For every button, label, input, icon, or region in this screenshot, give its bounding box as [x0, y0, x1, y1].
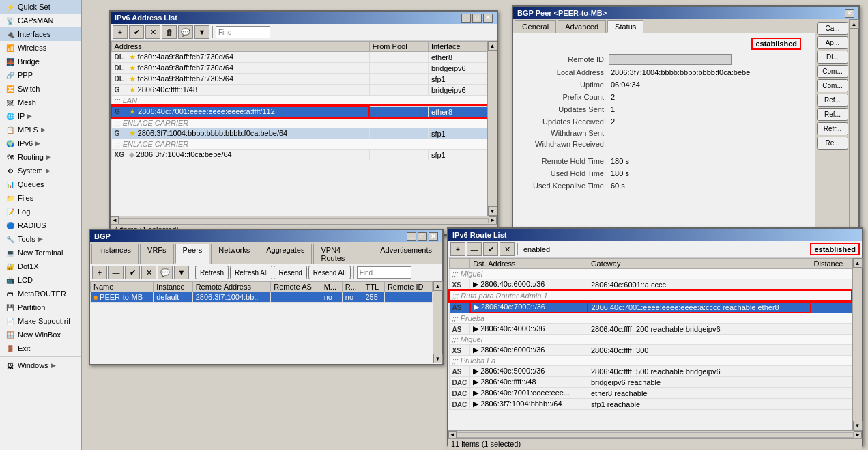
route-table-row[interactable]: DAC ▶ 2806:40c:7001:eeee:eee... ether8 r… — [449, 388, 852, 399]
bgp-scroll-down[interactable]: ▼ — [433, 354, 443, 363]
ipv6-route-add-button[interactable]: + — [450, 242, 465, 256]
hscroll-left-button[interactable]: ◄ — [111, 216, 119, 225]
resend-button[interactable]: Resend — [274, 266, 306, 279]
route-table-row[interactable]: DAC ▶ 2806:40c:ffff::/48 bridgeipv6 reac… — [449, 377, 852, 388]
tab-status[interactable]: Status — [607, 20, 643, 33]
sidebar-item-wireless[interactable]: 📶 Wireless — [0, 41, 81, 55]
tab-peers[interactable]: Peers — [175, 244, 210, 264]
hscroll-right-button[interactable]: ► — [489, 216, 497, 225]
sidebar-item-routing[interactable]: 🗺 Routing ▶ — [0, 150, 81, 164]
side-btn-refr[interactable]: Refr... — [817, 122, 848, 135]
tab-networks[interactable]: Networks — [211, 244, 257, 264]
sidebar-item-system[interactable]: ⚙ System ▶ — [0, 164, 81, 178]
sidebar-item-new-terminal[interactable]: 💻 New Terminal — [0, 246, 81, 259]
side-btn-com1[interactable]: Com... — [817, 65, 848, 78]
sidebar-item-quickset[interactable]: ⚡ Quick Set — [0, 0, 81, 14]
route-table-row[interactable]: XS ▶ 2806:40c:6000::/36 2806:40c:6001::a… — [449, 279, 852, 291]
ipv6-route-disable-button[interactable]: ✕ — [500, 242, 515, 256]
side-btn-ref1[interactable]: Ref... — [817, 94, 848, 107]
route-hscroll-left[interactable]: ◄ — [448, 431, 457, 439]
bgp-comment-button[interactable]: 💬 — [158, 266, 173, 279]
sidebar-item-metarouter[interactable]: 🗃 MetaROUTER — [0, 287, 81, 300]
sidebar-item-log[interactable]: 📝 Log — [0, 205, 81, 219]
side-btn-re[interactable]: Re... — [817, 137, 848, 150]
route-table-row[interactable]: AS ▶ 2806:40c:5000::/36 2806:40c:ffff::5… — [449, 366, 852, 377]
enable-button[interactable]: ✔ — [129, 25, 144, 39]
sidebar-item-queues[interactable]: 📊 Queues — [0, 178, 81, 191]
table-row[interactable]: DL ★ fe80::4aa9:8aff:feb7:730d/64 ether8 — [111, 52, 487, 63]
side-btn-ca[interactable]: Ca... — [817, 22, 848, 35]
table-row[interactable]: XG ◆ 2806:3f7:1004::f0ca:bebe/64 sfp1 — [111, 150, 487, 160]
sidebar-item-make-supout[interactable]: 📄 Make Supout.rif — [0, 314, 81, 328]
tab-advertisements[interactable]: Advertisements — [373, 244, 439, 264]
refresh-all-button[interactable]: Refresh All — [230, 266, 272, 279]
side-btn-di[interactable]: Di... — [817, 51, 848, 64]
route-table-row[interactable]: AS ▶ 2806:40c:4000::/36 2806:40c:ffff::2… — [449, 324, 852, 335]
bgp-close-button[interactable]: ✕ — [429, 232, 438, 241]
sidebar-item-capsman[interactable]: 📡 CAPsMAN — [0, 14, 81, 27]
bgp-scroll-up[interactable]: ▲ — [433, 281, 443, 291]
sidebar-item-files[interactable]: 📁 Files — [0, 191, 81, 205]
route-hscroll-right[interactable]: ► — [854, 431, 862, 439]
table-row[interactable]: G ★ 2806:40c:ffff::1/48 bridgeipv6 — [111, 85, 487, 96]
bgp-find-input[interactable] — [357, 266, 411, 279]
sidebar-item-dot1x[interactable]: 🔐 Dot1X — [0, 259, 81, 273]
table-row[interactable]: DL ★ fe80::4aa9:8aff:feb7:7305/64 sfp1 — [111, 74, 487, 85]
ipv6-maximize-button[interactable]: □ — [472, 14, 482, 23]
table-row[interactable]: G ★ 2806:3f7:1004:bbbb:bbbb:bbbb:f0ca:be… — [111, 128, 487, 139]
sidebar-item-new-winbox[interactable]: 🪟 New WinBox — [0, 328, 81, 341]
tab-aggregates[interactable]: Aggregates — [259, 244, 312, 264]
sidebar-item-switch[interactable]: 🔀 Switch — [0, 82, 81, 96]
sidebar-item-radius[interactable]: 🔵 RADIUS — [0, 219, 81, 232]
bgp-filter-button[interactable]: ▼ — [174, 266, 189, 279]
resend-all-button[interactable]: Resend All — [308, 266, 351, 279]
bgp-minimize-button[interactable]: _ — [407, 232, 416, 241]
route-scroll-down[interactable]: ▼ — [853, 421, 863, 430]
input-remote-id[interactable] — [609, 54, 732, 65]
sidebar-item-interfaces[interactable]: 🔌 Interfaces — [0, 27, 81, 41]
sidebar-item-mesh[interactable]: 🕸 Mesh — [0, 96, 81, 109]
route-table-row[interactable]: XS ▶ 2806:40c:6000::/36 2806:40c:ffff::3… — [449, 345, 852, 356]
sidebar-item-mpls[interactable]: 📋 MPLS ▶ — [0, 123, 81, 137]
sidebar-item-exit[interactable]: 🚪 Exit — [0, 341, 81, 355]
sidebar-item-windows[interactable]: 🖼 Windows ▶ — [0, 358, 81, 372]
bgp-add-button[interactable]: + — [92, 266, 107, 279]
delete-button[interactable]: 🗑 — [162, 25, 177, 39]
sidebar-item-partition[interactable]: 💾 Partition — [0, 300, 81, 314]
bgp-remove-button[interactable]: — — [108, 266, 124, 279]
ipv6-close-button[interactable]: ✕ — [483, 14, 493, 23]
ipv6-route-enable-button[interactable]: ✔ — [483, 242, 498, 256]
tab-advanced[interactable]: Advanced — [558, 20, 606, 33]
table-row[interactable]: DL ★ fe80::4aa9:8aff:feb7:730a/64 bridge… — [111, 63, 487, 74]
bgp-peer-row[interactable]: ■ PEER-to-MB default 2806:3f7:1004:bb.. … — [91, 292, 433, 303]
sidebar-item-lcd[interactable]: 📺 LCD — [0, 273, 81, 287]
sidebar-item-tools[interactable]: 🔧 Tools ▶ — [0, 232, 81, 246]
tab-vrfs[interactable]: VRFs — [140, 244, 174, 264]
ipv6-route-remove-button[interactable]: — — [467, 242, 482, 256]
bgp-maximize-button[interactable]: □ — [418, 232, 427, 241]
ipv6-minimize-button[interactable]: _ — [461, 14, 471, 23]
disable-button[interactable]: ✕ — [145, 25, 160, 39]
tab-general[interactable]: General — [515, 20, 556, 33]
table-row-selected[interactable]: G ★ 2806:40c:7001:eeee:eeee:eeee:a:ffff/… — [111, 106, 487, 117]
scroll-up-button[interactable]: ▲ — [488, 41, 497, 51]
bgp-peer-close-button[interactable]: ✕ — [845, 9, 854, 18]
tab-vpn4-routes[interactable]: VPN4 Routes — [313, 244, 371, 264]
scroll-up-button[interactable]: ▲ — [850, 19, 859, 29]
sidebar-item-ip[interactable]: 🌐 IP ▶ — [0, 109, 81, 123]
comment-button[interactable]: 💬 — [178, 25, 193, 39]
sidebar-item-ppp[interactable]: 🔗 PPP — [0, 68, 81, 82]
route-scroll-up[interactable]: ▲ — [853, 258, 863, 268]
tab-instances[interactable]: Instances — [91, 244, 139, 264]
side-btn-ap[interactable]: Ap... — [817, 36, 848, 49]
refresh-button[interactable]: Refresh — [195, 266, 229, 279]
add-button[interactable]: + — [113, 25, 128, 39]
scroll-down-button[interactable]: ▼ — [488, 206, 497, 216]
bgp-disable-button[interactable]: ✕ — [141, 266, 156, 279]
side-btn-ref2[interactable]: Ref... — [817, 108, 848, 121]
filter-button[interactable]: ▼ — [194, 25, 209, 39]
bgp-enable-button[interactable]: ✔ — [125, 266, 140, 279]
sidebar-item-bridge[interactable]: 🌉 Bridge — [0, 55, 81, 68]
route-table-row[interactable]: DAC ▶ 2806:3f7:1004:bbbb::/64 sfp1 reach… — [449, 399, 852, 410]
side-btn-com2[interactable]: Com... — [817, 79, 848, 92]
